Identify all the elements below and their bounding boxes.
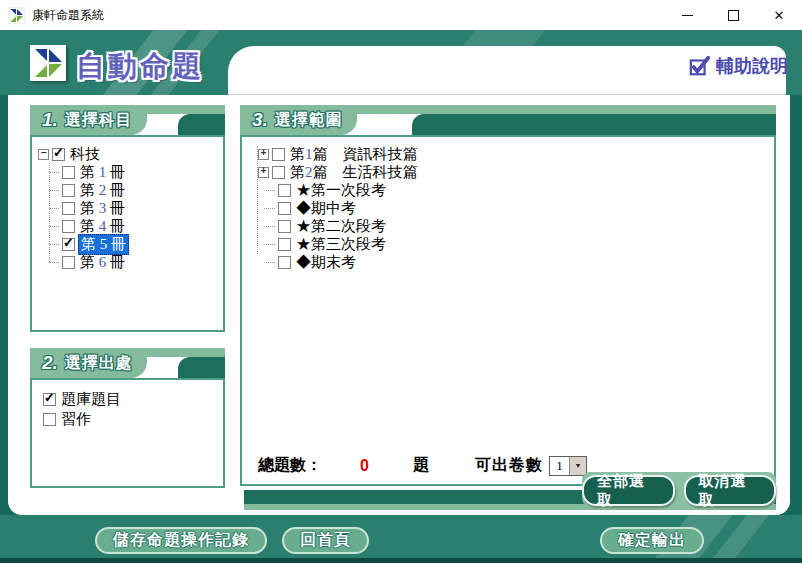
deselect-button[interactable]: 取消選取 <box>684 475 777 506</box>
tree-connector <box>264 207 275 209</box>
panel2-number: 2. <box>42 352 58 374</box>
panel2-banner: 2. 選擇出處 <box>30 348 225 378</box>
panel-select-scope: 3. 選擇範圍 第1篇 資訊科技篇第2篇 生活科技篇★第一次段考◆期中考★第二次… <box>240 105 776 511</box>
checkbox[interactable] <box>62 238 75 251</box>
tree-item-text: 第 <box>80 254 99 270</box>
checkbox[interactable] <box>278 202 291 215</box>
select-all-button[interactable]: 全部選取 <box>582 475 675 506</box>
tree-item-label: ◆期中考 <box>294 199 358 218</box>
checkbox[interactable] <box>272 166 285 179</box>
tree-item-text: ★第一次段考 <box>296 182 386 198</box>
tree-item[interactable]: ◆期中考 <box>248 199 770 217</box>
paper-count-select[interactable]: 1 ▼ <box>549 456 587 476</box>
tree-item-text: 冊 <box>106 200 125 216</box>
total-questions-label: 總題數： <box>258 455 322 476</box>
source-option[interactable]: 習作 <box>40 409 219 429</box>
checkbox[interactable] <box>278 238 291 251</box>
checkbox[interactable] <box>278 184 291 197</box>
checkbox[interactable] <box>43 413 56 426</box>
tree-item[interactable]: 第1篇 資訊科技篇 <box>248 145 770 163</box>
tree-item-text: ◆期末考 <box>296 254 356 270</box>
totals-row: 總題數： 0 題 可出卷數 1 ▼ <box>258 455 587 476</box>
confirm-output-button[interactable]: 確定輸出 <box>600 527 704 554</box>
tree-item[interactable]: ★第三次段考 <box>248 235 770 253</box>
minimize-icon <box>682 15 693 16</box>
panel3-title: 選擇範圍 <box>275 110 343 131</box>
tree-item-label: 第 3 冊 <box>78 199 127 218</box>
banner-chip: 1. 選擇科目 <box>30 105 147 135</box>
minimize-button[interactable] <box>664 0 710 30</box>
expand-toggle-icon[interactable] <box>258 167 269 178</box>
checkbox[interactable] <box>62 220 75 233</box>
tree-item-label: 第 6 冊 <box>78 253 127 272</box>
tree-item[interactable]: 科技 <box>38 145 219 163</box>
checkbox[interactable] <box>62 184 75 197</box>
checkbox[interactable] <box>278 256 291 269</box>
source-options: 題庫題目習作 <box>32 380 223 429</box>
paper-count-label: 可出卷數 <box>475 455 543 476</box>
tree-connector <box>264 261 275 263</box>
tree-item-text: ◆期中考 <box>296 200 356 216</box>
tree-item-text: 第 <box>290 164 305 180</box>
title-bar: 康軒命題系統 ✕ <box>0 0 802 30</box>
source-options-box: 題庫題目習作 <box>30 378 225 488</box>
app-window: 康軒命題系統 ✕ 自動命題 輔助說明 <box>0 0 802 563</box>
tree-item-text: 第 <box>80 218 99 234</box>
tree-item[interactable]: 第 6 冊 <box>49 253 219 271</box>
tree-item[interactable]: ★第二次段考 <box>248 217 770 235</box>
panel-select-subject: 1. 選擇科目 科技第 1 冊第 2 冊第 3 冊第 4 冊第 5 冊第 6 冊 <box>30 105 225 332</box>
help-button[interactable]: 輔助說明 <box>689 54 788 78</box>
subject-tree: 科技第 1 冊第 2 冊第 3 冊第 4 冊第 5 冊第 6 冊 <box>32 137 223 271</box>
main-content: 1. 選擇科目 科技第 1 冊第 2 冊第 3 冊第 4 冊第 5 冊第 6 冊… <box>8 95 790 515</box>
checkbox[interactable] <box>43 393 56 406</box>
close-button[interactable]: ✕ <box>756 0 802 30</box>
tree-item-text: 第 <box>80 182 99 198</box>
tree-item-label: 第 5 冊 <box>78 234 129 255</box>
tree-item-text: 第 <box>80 200 99 216</box>
footer-bar: 儲存命題操作記錄 回首頁 確定輸出 <box>0 515 802 558</box>
tree-item-label: 題庫題目 <box>59 390 123 409</box>
banner-chip: 2. 選擇出處 <box>30 348 147 378</box>
checkbox[interactable] <box>62 256 75 269</box>
tree-connector <box>49 243 59 245</box>
tree-item[interactable]: 第 4 冊 <box>49 217 219 235</box>
checkbox[interactable] <box>278 220 291 233</box>
chevron-down-icon[interactable]: ▼ <box>569 457 586 475</box>
scope-tree-box: 第1篇 資訊科技篇第2篇 生活科技篇★第一次段考◆期中考★第二次段考★第三次段考… <box>240 135 776 486</box>
checkbox[interactable] <box>52 148 65 161</box>
tree-item-label: ★第二次段考 <box>294 217 388 236</box>
tree-item-label: ◆期末考 <box>294 253 358 272</box>
panel2-title: 選擇出處 <box>65 353 133 374</box>
help-label: 輔助說明 <box>716 54 788 78</box>
maximize-button[interactable] <box>710 0 756 30</box>
tree-item[interactable]: 第 5 冊 <box>49 235 219 253</box>
selection-actions-tab: 全部選取 取消選取 <box>582 472 776 509</box>
tree-item-text: 冊 <box>107 236 126 252</box>
checkbox[interactable] <box>62 166 75 179</box>
window-controls: ✕ <box>664 0 802 30</box>
tree-connector <box>264 189 275 191</box>
source-option[interactable]: 題庫題目 <box>40 389 219 409</box>
tree-item[interactable]: ◆期末考 <box>248 253 770 271</box>
tree-item[interactable]: 第 3 冊 <box>49 199 219 217</box>
questions-unit: 題 <box>413 455 429 476</box>
tree-item[interactable]: 第 1 冊 <box>49 163 219 181</box>
tree-item-text: 第 <box>81 236 100 252</box>
collapse-toggle-icon[interactable] <box>38 149 49 160</box>
banner-bar <box>178 357 225 378</box>
tree-connector <box>49 207 59 209</box>
tree-item[interactable]: ★第一次段考 <box>248 181 770 199</box>
tree-connector <box>264 243 275 245</box>
checkbox[interactable] <box>272 148 285 161</box>
home-button[interactable]: 回首頁 <box>282 527 369 554</box>
tree-item[interactable]: 第 2 冊 <box>49 181 219 199</box>
save-log-button[interactable]: 儲存命題操作記錄 <box>95 527 267 554</box>
tree-connector <box>49 171 59 173</box>
panel3-number: 3. <box>252 109 268 131</box>
panel3-banner: 3. 選擇範圍 <box>240 105 776 135</box>
tree-item[interactable]: 第2篇 生活科技篇 <box>248 163 770 181</box>
checkbox[interactable] <box>62 202 75 215</box>
panel-select-source: 2. 選擇出處 題庫題目習作 <box>30 348 225 488</box>
tree-connector <box>49 261 59 263</box>
expand-toggle-icon[interactable] <box>258 149 269 160</box>
